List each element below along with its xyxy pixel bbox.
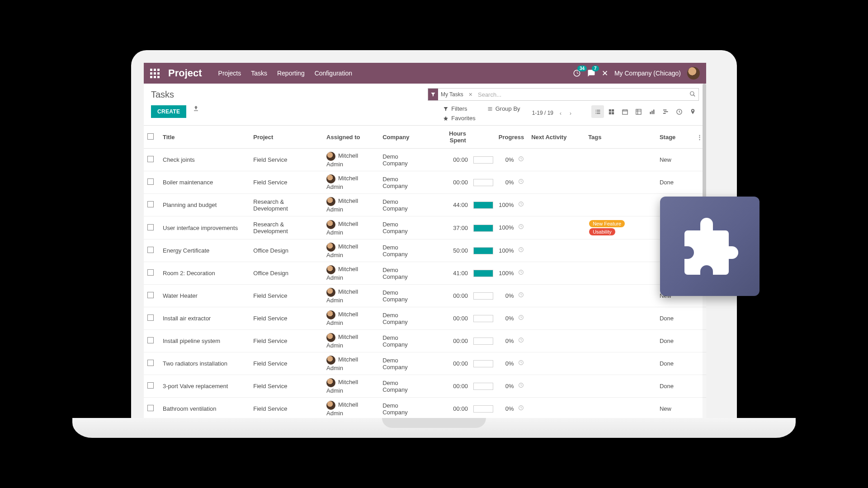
activity-clock-icon[interactable] (518, 224, 524, 231)
row-checkbox[interactable] (147, 224, 154, 230)
cell-assigned: Mitchell Admin (323, 307, 379, 330)
row-checkbox[interactable] (147, 382, 154, 389)
assignee-avatar (326, 174, 335, 183)
activity-icon[interactable]: 34 (573, 69, 581, 77)
activity-clock-icon[interactable] (518, 405, 524, 412)
table-row[interactable]: Energy Certificate Office Design Mitchel… (144, 239, 706, 262)
groupby-button[interactable]: Group By (487, 105, 520, 112)
view-graph-icon[interactable] (646, 105, 658, 118)
favorites-button[interactable]: Favorites (443, 115, 475, 122)
activity-clock-icon[interactable] (518, 247, 524, 254)
cell-company: Demo Company (379, 285, 428, 307)
row-checkbox[interactable] (147, 156, 154, 162)
table-row[interactable]: Planning and budget Research & Developme… (144, 194, 706, 216)
row-checkbox[interactable] (147, 269, 154, 276)
cell-hours: 00:00 (428, 352, 470, 375)
app-brand[interactable]: Project (168, 67, 202, 79)
table-row[interactable]: 3-port Valve replacement Field Service M… (144, 375, 706, 398)
cell-company: Demo Company (379, 352, 428, 375)
activity-clock-icon[interactable] (518, 202, 524, 208)
task-table-wrap[interactable]: Title Project Assigned to Company Hours … (144, 125, 706, 416)
search-input[interactable] (475, 91, 687, 98)
view-calendar-icon[interactable] (618, 105, 631, 118)
pager-prev-icon[interactable]: ‹ (558, 108, 563, 118)
menu-projects[interactable]: Projects (218, 70, 241, 77)
cell-project: Field Service (250, 352, 323, 375)
row-checkbox[interactable] (147, 178, 154, 185)
chat-icon[interactable]: 7 (587, 69, 595, 77)
search-icon[interactable] (687, 91, 698, 99)
cell-tags (585, 352, 656, 375)
search-box[interactable]: My Tasks × (428, 88, 699, 101)
table-row[interactable]: Room 2: Decoration Office Design Mitchel… (144, 262, 706, 285)
progress-percent: 0% (498, 360, 514, 367)
table-row[interactable]: Two radiators installation Field Service… (144, 352, 706, 375)
table-row[interactable]: Boiler maintenance Field Service Mitchel… (144, 171, 706, 194)
col-title[interactable]: Title (159, 126, 250, 149)
cell-project: Research & Development (250, 194, 323, 216)
activity-clock-icon[interactable] (518, 179, 524, 186)
row-checkbox[interactable] (147, 292, 154, 298)
cell-title: Planning and budget (159, 194, 250, 216)
col-next[interactable]: Next Activity (528, 126, 585, 149)
cell-hours: 37:00 (428, 216, 470, 239)
row-checkbox[interactable] (147, 360, 154, 366)
activity-clock-icon[interactable] (518, 338, 524, 344)
view-map-icon[interactable] (686, 105, 699, 118)
col-hours[interactable]: Hours Spent (428, 126, 470, 149)
import-icon[interactable] (193, 105, 199, 113)
menu-configuration[interactable]: Configuration (315, 70, 352, 77)
col-project[interactable]: Project (250, 126, 323, 149)
svg-rect-18 (663, 113, 665, 114)
row-checkbox[interactable] (147, 405, 154, 411)
create-button[interactable]: CREATE (151, 105, 186, 118)
col-company[interactable]: Company (379, 126, 428, 149)
col-tags[interactable]: Tags (585, 126, 656, 149)
close-icon[interactable]: ✕ (602, 69, 608, 78)
cell-tags (585, 330, 656, 352)
activity-clock-icon[interactable] (518, 315, 524, 322)
view-kanban-icon[interactable] (605, 105, 618, 118)
menu-tasks[interactable]: Tasks (251, 70, 267, 77)
cell-assigned: Mitchell Admin (323, 216, 379, 239)
view-list-icon[interactable] (591, 105, 604, 118)
cell-hours: 41:00 (428, 262, 470, 285)
row-checkbox[interactable] (147, 201, 154, 207)
progress-percent: 100% (498, 247, 514, 254)
table-row[interactable]: Water Heater Field Service Mitchell Admi… (144, 285, 706, 307)
cell-assigned: Mitchell Admin (323, 262, 379, 285)
row-checkbox[interactable] (147, 247, 154, 253)
filters-button[interactable]: Filters (443, 105, 475, 112)
activity-clock-icon[interactable] (518, 360, 524, 367)
col-assigned[interactable]: Assigned to (323, 126, 379, 149)
cell-progress: 0% (470, 307, 528, 330)
row-checkbox[interactable] (147, 314, 154, 321)
menu-reporting[interactable]: Reporting (277, 70, 305, 77)
company-selector[interactable]: My Company (Chicago) (614, 70, 681, 77)
activity-clock-icon[interactable] (518, 156, 524, 163)
table-row[interactable]: Install air extractor Field Service Mitc… (144, 307, 706, 330)
apps-grid-icon[interactable] (150, 69, 159, 78)
main-menu: Projects Tasks Reporting Configuration (218, 70, 352, 77)
view-gantt-icon[interactable] (659, 105, 672, 118)
cell-company: Demo Company (379, 375, 428, 398)
pager-next-icon[interactable]: › (568, 108, 573, 118)
activity-clock-icon[interactable] (518, 270, 524, 277)
select-all-checkbox[interactable] (147, 133, 154, 140)
cell-company: Demo Company (379, 194, 428, 216)
table-row[interactable]: Bathroom ventilation Field Service Mitch… (144, 398, 706, 417)
col-stage[interactable]: Stage (656, 126, 693, 149)
row-checkbox[interactable] (147, 337, 154, 343)
col-progress[interactable]: Progress (470, 126, 528, 149)
facet-remove-icon[interactable]: × (466, 91, 475, 98)
table-row[interactable]: Install pipeline system Field Service Mi… (144, 330, 706, 352)
view-pivot-icon[interactable] (632, 105, 645, 118)
table-row[interactable]: Check joints Field Service Mitchell Admi… (144, 149, 706, 171)
cell-progress: 100% (470, 239, 528, 262)
activity-clock-icon[interactable] (518, 383, 524, 389)
table-row[interactable]: User interface improvements Research & D… (144, 216, 706, 239)
activity-clock-icon[interactable] (518, 292, 524, 299)
view-activity-icon[interactable] (673, 105, 685, 118)
user-avatar[interactable] (687, 67, 700, 80)
cell-next-activity (528, 194, 585, 216)
